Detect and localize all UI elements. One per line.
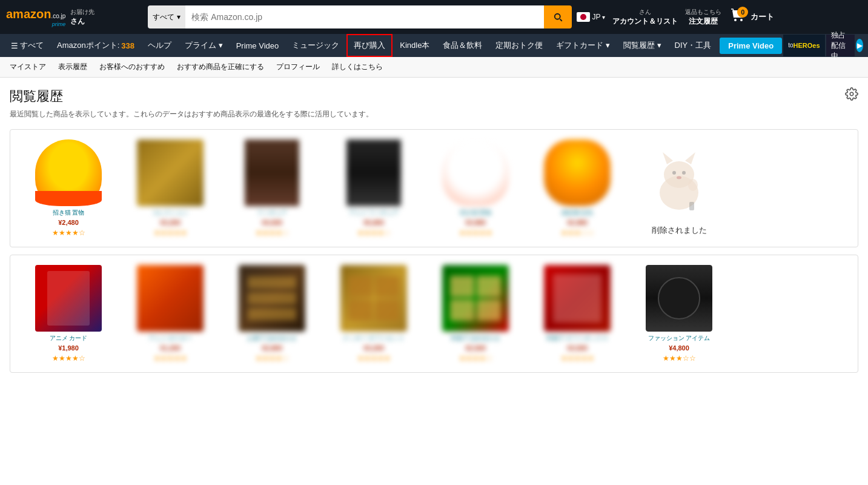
list-item[interactable]: 招き猫 置物 ¥2,480 ★★★★☆ xyxy=(20,139,117,237)
sec-nav-profile[interactable]: プロフィール xyxy=(276,58,320,76)
list-item[interactable]: アニメ ポスター ¥1,200 ★★★★★ xyxy=(122,265,219,363)
list-item[interactable]: コレクション ¥3,200 ★★★★★ xyxy=(122,139,219,237)
nav-points[interactable]: Amazonポイント: 338 xyxy=(51,34,141,57)
svg-point-7 xyxy=(672,171,676,175)
nav-giftcard[interactable]: ギフトカード ▾ xyxy=(550,34,616,57)
nav-music[interactable]: ミュージック xyxy=(286,34,345,57)
nav-reorder[interactable]: 再び購入 xyxy=(346,34,393,57)
nav-subscription[interactable]: 定期おトク便 xyxy=(489,34,549,57)
svg-rect-11 xyxy=(689,202,694,210)
svg-point-10 xyxy=(688,179,698,191)
list-item[interactable]: フィギュア ¥4,500 ★★★★☆ xyxy=(224,139,320,237)
search-icon xyxy=(552,12,563,22)
header-right: JP ▾ さん アカウント＆リスト 返品もこちら 注文履歴 0 xyxy=(577,7,774,27)
product-row-2: アニメ カード ¥1,980 ★★★★☆ アニメ ポスター ¥1,200 ★★★… xyxy=(10,255,858,373)
cart-button[interactable]: 0 カート xyxy=(729,7,774,27)
sec-nav-history[interactable]: 表示履歴 xyxy=(58,58,87,76)
page-title: 閲覧履歴 xyxy=(10,87,63,105)
page-header: 閲覧履歴 xyxy=(10,87,858,105)
svg-point-2 xyxy=(850,92,853,96)
orders-menu[interactable]: 返品もこちら 注文履歴 xyxy=(685,8,721,27)
language-selector[interactable]: JP ▾ xyxy=(577,12,605,22)
amazon-logo[interactable]: amazon .co.jp prime xyxy=(6,7,65,27)
deleted-cat-image xyxy=(652,147,706,214)
delivery-label: お届け先 xyxy=(70,8,143,16)
product-row-1: 招き猫 置物 ¥2,480 ★★★★☆ コレクション ¥3,200 ★★★★★ … xyxy=(10,129,858,247)
search-category-dropdown[interactable]: すべて ▾ xyxy=(148,5,185,28)
svg-point-0 xyxy=(734,19,737,21)
top-header: amazon .co.jp prime お届け先 さん すべて ▾ JP ▾ xyxy=(0,0,868,34)
secondary-nav: マイストア 表示履歴 お客様へのおすすめ おすすめ商品を正確にする プロフィール… xyxy=(0,57,868,78)
delivery-area[interactable]: お届け先 さん xyxy=(70,8,143,27)
page-description: 最近閲覧した商品を表示しています。これらのデータはおすすめ商品表示の最適化をする… xyxy=(10,109,858,119)
search-input[interactable] xyxy=(185,5,544,28)
exclusive-button[interactable]: 独占配信中 xyxy=(826,35,855,56)
sec-nav-recommendations[interactable]: お客様へのおすすめ xyxy=(99,58,165,76)
list-item[interactable]: アニメ カード ¥1,980 ★★★★☆ xyxy=(20,265,117,363)
main-content: 閲覧履歴 最近閲覧した商品を表示しています。これらのデータはおすすめ商品表示の最… xyxy=(0,78,868,390)
nav-food[interactable]: 食品＆飲料 xyxy=(437,34,488,57)
sec-nav-mystore[interactable]: マイストア xyxy=(10,58,46,76)
nav-prime[interactable]: プライム ▾ xyxy=(179,34,229,57)
nav-diy[interactable]: DIY・工具 xyxy=(669,34,718,57)
list-item[interactable]: ファッション アイテム ¥4,800 ★★★☆☆ xyxy=(631,265,727,363)
nav-kindle[interactable]: Kindle本 xyxy=(394,34,436,57)
nav-bar: ☰ すべて Amazonポイント: 338 ヘルプ プライム ▾ Prime V… xyxy=(0,34,868,57)
svg-marker-6 xyxy=(685,152,695,164)
prime-label: prime xyxy=(6,21,65,27)
nav-prime-video[interactable]: Prime Video xyxy=(230,34,285,57)
list-item[interactable]: 和菓子 ギフトボックス ¥3,500 ★★★★★ xyxy=(529,265,626,363)
sec-nav-more[interactable]: 詳しくはこちら xyxy=(332,58,383,76)
settings-icon[interactable] xyxy=(845,87,858,104)
search-button[interactable] xyxy=(544,5,572,28)
list-item[interactable]: アニメ フィギュア ¥5,800 ★★★★☆ xyxy=(325,139,422,237)
account-menu[interactable]: さん アカウント＆リスト xyxy=(612,8,678,27)
svg-point-1 xyxy=(740,19,743,21)
nav-help[interactable]: ヘルプ xyxy=(142,34,177,57)
list-item[interactable]: 縁起物 金色 ¥2,980 ★★★☆☆ xyxy=(529,139,626,237)
search-bar: すべて ▾ xyxy=(148,5,572,28)
user-name: さん xyxy=(70,16,143,27)
sec-nav-improve[interactable]: おすすめ商品を正確にする xyxy=(177,58,264,76)
deleted-item: 削除されました xyxy=(631,139,727,237)
svg-point-9 xyxy=(677,176,681,179)
list-item[interactable]: クッキー ギフトセット ¥3,200 ★★★★★ xyxy=(325,265,422,363)
nav-menu-toggle[interactable]: ☰ すべて xyxy=(5,34,50,57)
hero-button[interactable]: to HEROes xyxy=(783,35,824,56)
svg-point-8 xyxy=(682,171,686,175)
list-item[interactable]: お菓子 詰め合わせ ¥2,800 ★★★★☆ xyxy=(224,265,320,363)
play-button[interactable]: ▶ xyxy=(856,39,863,52)
prime-video-button[interactable]: Prime Video xyxy=(720,38,782,54)
list-item[interactable]: 招き猫 置物 ¥3,980 ★★★★★ xyxy=(427,139,524,237)
nav-history[interactable]: 閲覧履歴 ▾ xyxy=(617,34,668,57)
list-item[interactable]: 和菓子 詰め合わせ ¥2,500 ★★★★☆ xyxy=(427,265,524,363)
deleted-label: 削除されました xyxy=(652,225,707,236)
svg-marker-5 xyxy=(663,152,673,164)
